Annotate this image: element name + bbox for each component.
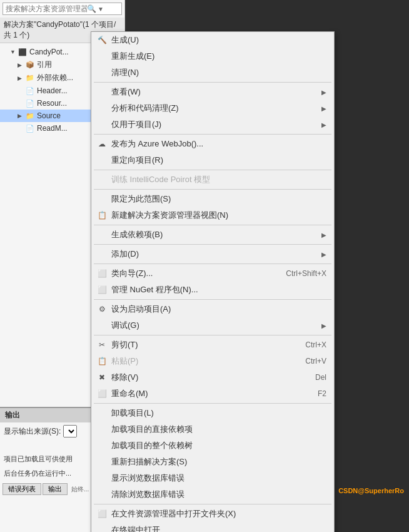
menu-item-loadall[interactable]: 加载项目的整个依赖树 xyxy=(91,437,334,454)
begin-label: 始终... xyxy=(71,485,89,494)
menu-item-builddep[interactable]: 生成依赖项(B)▶ xyxy=(91,227,334,243)
menu-item-scope[interactable]: 限定为此范围(S) xyxy=(91,191,334,207)
analyze-submenu-arrow: ▶ xyxy=(321,105,326,112)
menu-item-intellicode: 训练 IntelliCode Poirot 模型 xyxy=(91,171,334,188)
clean-icon xyxy=(96,67,108,78)
tree-arrow: ▶ xyxy=(18,75,25,81)
unload-label: 卸载项目(L) xyxy=(111,407,326,419)
analyze-icon xyxy=(96,103,108,114)
menu-item-debug[interactable]: 调试(G)▶ xyxy=(91,317,334,334)
tree-arrow: ▶ xyxy=(18,62,25,68)
rename-icon: ⬜ xyxy=(96,388,108,399)
search-bar[interactable]: 🔍 ▼ xyxy=(3,3,122,15)
menu-item-view[interactable]: 查看(W)▶ xyxy=(91,84,334,100)
onlyproject-label: 仅用于项目(J) xyxy=(111,119,321,130)
loaddirect-label: 加载项目的直接依赖项 xyxy=(111,424,326,435)
add-submenu-arrow: ▶ xyxy=(321,251,326,258)
tree-arrow: ▼ xyxy=(10,49,18,55)
watermark: CSDN@SuperherRo xyxy=(338,487,404,494)
classwizard-icon: ⬜ xyxy=(96,268,108,279)
debug-submenu-arrow: ▶ xyxy=(321,322,326,329)
menu-item-newview[interactable]: 📋新建解决方案资源管理器视图(N) xyxy=(91,207,334,223)
cut-shortcut: Ctrl+X xyxy=(305,340,326,349)
newview-icon: 📋 xyxy=(96,210,108,221)
newview-label: 新建解决方案资源管理器视图(N) xyxy=(111,210,326,221)
showdberr-icon xyxy=(96,473,108,484)
paste-label: 粘贴(P) xyxy=(111,356,293,367)
menu-item-rescan[interactable]: 重新扫描解决方案(S) xyxy=(91,454,334,470)
paste-shortcut: Ctrl+V xyxy=(305,357,326,366)
onlyproject-icon xyxy=(96,119,108,130)
menu-item-cut[interactable]: ✂剪切(T)Ctrl+X xyxy=(91,337,334,353)
menu-item-classwizard[interactable]: ⬜类向导(Z)...Ctrl+Shift+X xyxy=(91,265,334,282)
rescan-label: 重新扫描解决方案(S) xyxy=(111,456,326,468)
menu-separator xyxy=(94,134,331,135)
onlyproject-submenu-arrow: ▶ xyxy=(321,121,326,128)
search-input[interactable] xyxy=(6,4,87,13)
cleardberr-icon xyxy=(96,489,108,500)
tree-label: Resour... xyxy=(37,99,67,108)
menu-separator xyxy=(94,403,331,404)
menu-separator xyxy=(94,504,331,504)
menu-item-openinfm[interactable]: ⬜在文件资源管理器中打开文件夹(X) xyxy=(91,506,334,522)
search-dropdown-icon[interactable]: ▼ xyxy=(98,6,104,13)
cut-icon: ✂ xyxy=(96,339,108,350)
output-source-select[interactable] xyxy=(63,425,77,437)
tree-label: Header... xyxy=(37,86,68,95)
menu-item-rename[interactable]: ⬜重命名(M)F2 xyxy=(91,386,334,402)
tree-label: 外部依赖... xyxy=(37,73,73,83)
file-icon: 📄 xyxy=(25,86,35,96)
loadall-icon xyxy=(96,440,108,451)
delete-icon: ✖ xyxy=(96,372,108,383)
debug-label: 调试(G) xyxy=(111,320,321,331)
intellicode-label: 训练 IntelliCode Poirot 模型 xyxy=(111,174,326,185)
menu-separator xyxy=(94,82,331,83)
menu-item-azure[interactable]: ☁发布为 Azure WebJob()... xyxy=(91,136,334,152)
file-icon: 📄 xyxy=(25,123,35,133)
menu-item-startup[interactable]: ⚙设为启动项目(A) xyxy=(91,301,334,317)
paste-icon: 📋 xyxy=(96,356,108,367)
build-icon: 🔨 xyxy=(96,34,108,46)
rebuild-icon xyxy=(96,51,108,62)
menu-item-unload[interactable]: 卸载项目(L) xyxy=(91,405,334,421)
builddep-submenu-arrow: ▶ xyxy=(321,232,326,238)
menu-item-retarget[interactable]: 重定向项目(R) xyxy=(91,152,334,168)
tree-label: CandyPot... xyxy=(29,48,69,56)
classwizard-label: 类向导(Z)... xyxy=(111,268,273,279)
search-icon: 🔍 xyxy=(87,4,96,13)
menu-separator xyxy=(94,335,331,335)
classwizard-shortcut: Ctrl+Shift+X xyxy=(286,269,326,278)
menu-item-nugget[interactable]: ⬜管理 NuGet 程序包(N)... xyxy=(91,282,334,298)
error-list-button[interactable]: 错误列表 xyxy=(3,483,41,495)
menu-separator xyxy=(94,225,331,225)
menu-separator xyxy=(94,170,331,170)
view-icon xyxy=(96,86,108,98)
menu-item-showdberr[interactable]: 显示浏览数据库错误 xyxy=(91,470,334,486)
tree-label: 引用 xyxy=(37,59,52,70)
add-icon xyxy=(96,248,108,260)
analyze-label: 分析和代码清理(Z) xyxy=(111,103,321,114)
output-button[interactable]: 输出 xyxy=(43,483,68,495)
tree-arrow: ▶ xyxy=(18,113,25,119)
menu-separator xyxy=(94,263,331,264)
references-icon: 📦 xyxy=(25,60,35,70)
menu-separator xyxy=(94,299,331,300)
menu-item-add[interactable]: 添加(D)▶ xyxy=(91,246,334,262)
menu-item-paste: 📋粘贴(P)Ctrl+V xyxy=(91,353,334,369)
terminal-label: 在终端中打开 xyxy=(111,524,326,532)
nugget-label: 管理 NuGet 程序包(N)... xyxy=(111,284,326,295)
add-label: 添加(D) xyxy=(111,248,321,260)
menu-item-clean[interactable]: 清理(N) xyxy=(91,64,334,81)
menu-item-rebuild[interactable]: 重新生成(E) xyxy=(91,48,334,64)
menu-item-onlyproject[interactable]: 仅用于项目(J)▶ xyxy=(91,116,334,133)
scope-icon xyxy=(96,193,108,205)
menu-item-delete[interactable]: ✖移除(V)Del xyxy=(91,369,334,386)
menu-item-cleardberr[interactable]: 清除浏览数据库错误 xyxy=(91,486,334,503)
menu-item-build[interactable]: 🔨生成(U) xyxy=(91,32,334,48)
menu-separator xyxy=(94,244,331,245)
menu-item-terminal[interactable]: 在终端中打开 xyxy=(91,522,334,532)
menu-item-analyze[interactable]: 分析和代码清理(Z)▶ xyxy=(91,100,334,116)
menu-item-loaddirect[interactable]: 加载项目的直接依赖项 xyxy=(91,421,334,437)
loadall-label: 加载项目的整个依赖树 xyxy=(111,440,326,451)
startup-label: 设为启动项目(A) xyxy=(111,304,326,315)
